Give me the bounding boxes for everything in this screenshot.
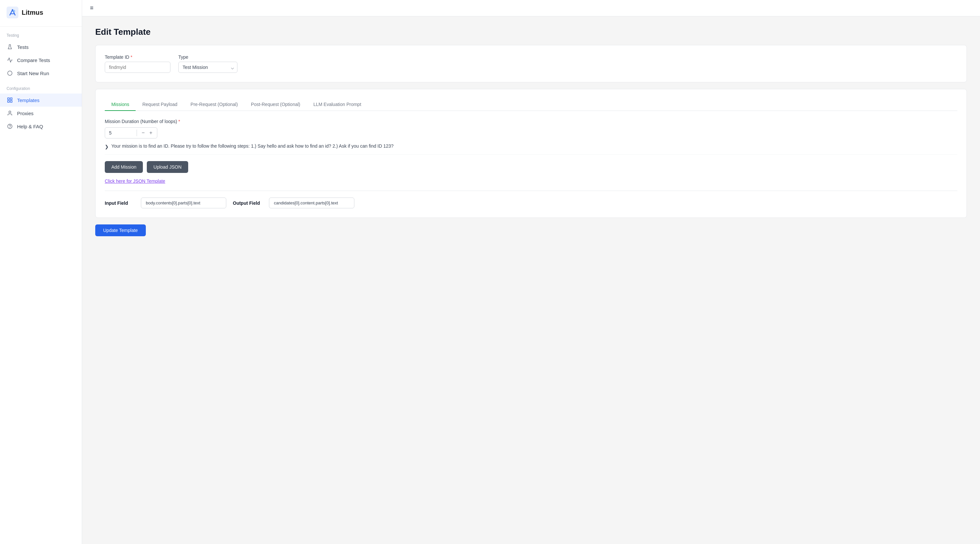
sidebar-item-tests-label: Tests [17,44,29,50]
svg-point-8 [9,111,11,113]
sidebar: Litmus Testing Tests Compare Tests [0,0,82,544]
template-id-type-card: Template ID * Type Test Mission Other ⌵ [95,45,967,82]
grid-icon [6,97,13,103]
mission-item: ❯ Your mission is to find an ID. Please … [105,138,957,155]
duration-label: Mission Duration (Number of loops) * [105,119,957,124]
sidebar-item-proxies[interactable]: Proxies [0,107,82,120]
sidebar-item-compare-tests[interactable]: Compare Tests [0,54,82,67]
upload-json-button[interactable]: Upload JSON [147,161,188,173]
topbar: ≡ [82,0,980,16]
type-group: Type Test Mission Other ⌵ [178,54,237,73]
stepper-buttons: − + [137,130,157,136]
sidebar-item-tests[interactable]: Tests [0,40,82,54]
sidebar-item-help-faq-label: Help & FAQ [17,124,43,129]
sidebar-item-start-new-run[interactable]: Start New Run [0,67,82,80]
svg-rect-0 [6,6,18,18]
main-area: ≡ Edit Template Template ID * Type [82,0,980,544]
litmus-logo-icon [6,6,18,18]
sidebar-item-start-new-run-label: Start New Run [17,71,49,76]
template-id-label: Template ID * [105,54,170,60]
stepper-decrement-button[interactable]: − [140,130,146,136]
sidebar-section-label-configuration: Configuration [0,80,82,94]
svg-rect-6 [8,101,9,102]
required-star-duration: * [178,119,180,124]
template-id-group: Template ID * [105,54,170,73]
input-field-label: Input Field [105,200,134,206]
person-icon [6,110,13,116]
sidebar-item-proxies-label: Proxies [17,111,33,116]
svg-rect-5 [11,98,12,100]
svg-rect-7 [11,101,12,102]
sidebar-logo: Litmus [0,0,82,27]
tab-missions[interactable]: Missions [105,98,136,111]
svg-point-10 [10,127,10,128]
update-template-button[interactable]: Update Template [95,224,146,236]
circle-icon [6,70,13,76]
divider [105,190,957,191]
required-star-template-id: * [131,54,132,60]
duration-stepper: 5 − + [105,127,158,138]
sidebar-item-compare-tests-label: Compare Tests [17,57,50,63]
mission-duration-group: Mission Duration (Number of loops) * 5 −… [105,119,957,138]
question-icon [6,123,13,130]
hamburger-menu-icon[interactable]: ≡ [90,5,94,11]
output-field-label: Output Field [233,200,262,206]
sidebar-item-templates-label: Templates [17,97,40,103]
template-id-input[interactable] [105,62,170,73]
duration-value: 5 [105,128,137,138]
mission-text: Your mission is to find an ID. Please tr… [111,143,393,150]
tabs-container: Missions Request Payload Pre-Request (Op… [105,98,957,111]
sidebar-item-templates[interactable]: Templates [0,94,82,107]
io-fields-row: Input Field Output Field [105,198,957,208]
chart-icon [6,57,13,63]
sidebar-section-label-testing: Testing [0,27,82,40]
update-button-container: Update Template [95,224,967,236]
logo-text: Litmus [22,9,43,16]
page-title: Edit Template [95,27,967,37]
flask-icon [6,44,13,50]
chevron-right-icon: ❯ [105,143,109,150]
action-buttons-row: Add Mission Upload JSON [105,161,957,173]
tab-post-request[interactable]: Post-Request (Optional) [244,98,307,111]
svg-point-3 [8,71,12,76]
type-label: Type [178,54,237,60]
tab-request-payload[interactable]: Request Payload [136,98,184,111]
output-field-input[interactable] [269,198,354,208]
sidebar-section-testing: Testing Tests Compare Tests [0,27,82,80]
stepper-increment-button[interactable]: + [148,130,154,136]
page-content: Edit Template Template ID * Type Test Mi… [82,16,980,544]
json-template-link[interactable]: Click here for JSON Template [105,179,165,184]
type-select[interactable]: Test Mission Other [178,62,237,73]
tab-pre-request[interactable]: Pre-Request (Optional) [184,98,244,111]
input-field-input[interactable] [141,198,226,208]
tab-llm-eval[interactable]: LLM Evaluation Prompt [307,98,368,111]
svg-rect-4 [8,98,9,100]
sidebar-item-help-faq[interactable]: Help & FAQ [0,120,82,133]
type-select-wrapper: Test Mission Other ⌵ [178,62,237,73]
sidebar-section-configuration: Configuration Templates Proxies [0,80,82,133]
missions-card: Missions Request Payload Pre-Request (Op… [95,89,967,218]
add-mission-button[interactable]: Add Mission [105,161,143,173]
